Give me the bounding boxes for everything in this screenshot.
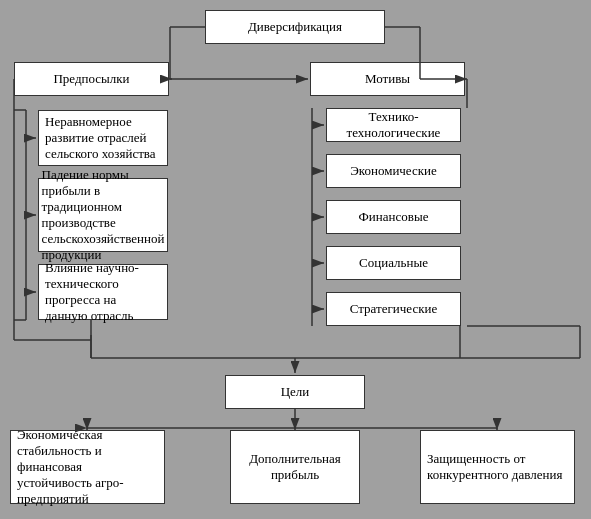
box-bottom-3: Защищенность от конкурентного давления (420, 430, 575, 504)
box-motivy: Мотивы (310, 62, 465, 96)
diagram-wrapper: Диверсификация Предпосылки Мотивы Неравн… (0, 0, 591, 519)
box-bottom-2: Дополнительная прибыль (230, 430, 360, 504)
label-tseli: Цели (281, 384, 310, 400)
box-right-5: Стратегические (326, 292, 461, 326)
label-diversification: Диверсификация (248, 19, 342, 35)
box-left-3: Влияние научно-технического прогресса на… (38, 264, 168, 320)
label-left-3: Влияние научно-технического прогресса на… (45, 260, 161, 324)
label-bottom-3: Защищенность от конкурентного давления (427, 451, 568, 483)
label-predposylki: Предпосылки (53, 71, 129, 87)
label-bottom-2: Дополнительная прибыль (237, 451, 353, 483)
label-right-5: Стратегические (350, 301, 437, 317)
box-right-4: Социальные (326, 246, 461, 280)
box-left-2: Падение нормы прибыли в традиционном про… (38, 178, 168, 252)
label-right-2: Экономические (350, 163, 437, 179)
label-right-4: Социальные (359, 255, 428, 271)
box-diversification: Диверсификация (205, 10, 385, 44)
box-left-1: Неравномерное развитие отраслей сельског… (38, 110, 168, 166)
box-predposylki: Предпосылки (14, 62, 169, 96)
box-right-1: Технико-технологические (326, 108, 461, 142)
label-left-1: Неравномерное развитие отраслей сельског… (45, 114, 161, 162)
box-right-2: Экономические (326, 154, 461, 188)
box-tseli: Цели (225, 375, 365, 409)
label-left-2: Падение нормы прибыли в традиционном про… (42, 167, 165, 263)
box-bottom-1: Экономическая стабильность и финансовая … (10, 430, 165, 504)
label-right-3: Финансовые (359, 209, 429, 225)
box-right-3: Финансовые (326, 200, 461, 234)
label-bottom-1: Экономическая стабильность и финансовая … (17, 427, 158, 507)
label-right-1: Технико-технологические (327, 109, 460, 141)
label-motivy: Мотивы (365, 71, 410, 87)
